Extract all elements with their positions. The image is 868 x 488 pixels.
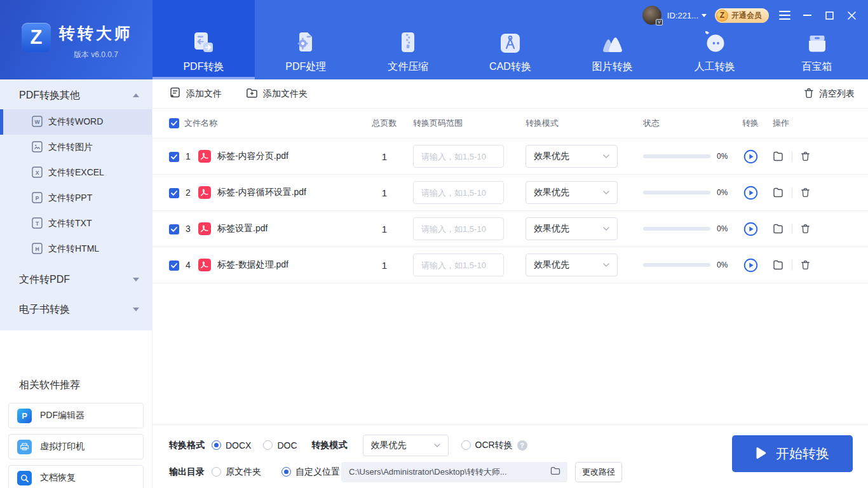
global-mode-select[interactable]: 效果优先 (363, 435, 449, 456)
app-version: 版本 v6.0.0.7 (59, 50, 133, 60)
radio-ocr[interactable]: OCR转换 (461, 440, 513, 451)
start-convert-button[interactable]: 开始转换 (732, 435, 853, 472)
page-range-input[interactable] (413, 217, 504, 240)
tab-pdf-convert[interactable]: PDF转换 (153, 0, 255, 79)
row-checkbox[interactable] (169, 152, 179, 162)
divider (792, 151, 792, 161)
sidebar-item-html[interactable]: H文件转HTML (0, 236, 152, 262)
radio-custom-location[interactable]: 自定义位置 (281, 466, 340, 478)
sidebar-section-2[interactable]: 电子书转换 (0, 297, 152, 322)
divider (792, 260, 792, 270)
progress-bar (643, 227, 710, 231)
minimize-button[interactable] (801, 9, 813, 22)
delete-file-icon[interactable] (801, 224, 810, 234)
chevron-down-icon[interactable] (702, 14, 707, 17)
maximize-button[interactable] (823, 9, 836, 22)
menu-icon[interactable] (778, 9, 791, 22)
header-page-range: 转换页码范围 (413, 118, 526, 129)
recommend-virtual-printer[interactable]: 虚拟打印机 (8, 434, 144, 459)
recommend-pdf-editor[interactable]: PPDF编辑器 (8, 403, 144, 428)
main-panel: 添加文件 添加文件夹 清空列表 文件名称 总页数 转换页码范围 转换模式 状态 … (153, 79, 868, 488)
radio-doc[interactable]: DOC (263, 440, 297, 451)
row-checkbox[interactable] (169, 224, 179, 234)
clear-list-button[interactable]: 清空列表 (804, 88, 855, 100)
row-mode-select[interactable]: 效果优先 (526, 217, 618, 240)
sidebar-section-1[interactable]: 文件转PDF (0, 268, 152, 292)
delete-file-icon[interactable] (801, 151, 810, 161)
total-pages: 1 (356, 151, 413, 162)
progress-percent: 0% (717, 261, 728, 269)
convert-play-button[interactable] (743, 149, 758, 164)
delete-file-icon[interactable] (801, 187, 810, 198)
pdf-file-icon (198, 259, 211, 271)
sidebar-item-txt[interactable]: T文件转TXT (0, 211, 152, 236)
folder-icon[interactable] (550, 466, 560, 477)
convert-play-button[interactable] (743, 222, 758, 236)
close-button[interactable] (845, 9, 858, 22)
row-mode-select[interactable]: 效果优先 (526, 181, 618, 204)
open-vip-button[interactable]: Z 开通会员 (715, 8, 769, 23)
app-window: Z 转转大师 版本 v6.0.0.7 PDF转换PDF处理文件压缩CAD转换图片… (0, 0, 868, 488)
settings-panel: 转换格式 DOCX DOC 转换模式 效果优先 OCR转换 ? 输出目录 原文件… (153, 424, 868, 488)
open-file-icon[interactable] (773, 187, 783, 198)
recommend-list: PPDF编辑器虚拟打印机文档恢复 (0, 403, 152, 488)
sidebar-item-word[interactable]: W文件转WORD (0, 109, 152, 135)
open-file-icon[interactable] (773, 224, 783, 234)
convert-play-button[interactable] (743, 186, 758, 200)
change-path-button[interactable]: 更改路径 (575, 462, 622, 482)
trash-icon (804, 88, 814, 100)
page-range-input[interactable] (413, 181, 504, 204)
delete-file-icon[interactable] (801, 260, 810, 270)
convert-play-button[interactable] (743, 258, 758, 273)
radio-dot (212, 467, 221, 477)
output-path-field[interactable]: C:\Users\Administrator\Desktop\转转大师... (341, 462, 567, 482)
recommend-doc-recovery[interactable]: 文档恢复 (8, 465, 144, 488)
user-id[interactable]: ID:221... (667, 11, 698, 20)
ocr-help-icon[interactable]: ? (517, 440, 527, 451)
empty-area (153, 283, 868, 424)
app-logo-icon: Z (22, 23, 51, 52)
pdf-editor-icon: P (17, 409, 32, 423)
add-file-icon (169, 87, 181, 101)
file-table-body: 1标签-内容分页.pdf1效果优先0%2标签-内容循环设置.pdf1效果优先0%… (153, 139, 868, 283)
clear-list-label: 清空列表 (819, 88, 855, 100)
sidebar-item-ppt[interactable]: P文件转PPT (0, 186, 152, 211)
excel-file-icon: X (32, 166, 43, 180)
tab-cad-convert[interactable]: CAD转换 (459, 0, 562, 79)
tab-pdf-process[interactable]: PDF处理 (255, 0, 357, 79)
file-row: 2标签-内容循环设置.pdf1效果优先0% (153, 175, 868, 211)
start-convert-label: 开始转换 (776, 445, 829, 463)
sidebar-item-image[interactable]: 文件转图片 (0, 135, 152, 160)
radio-source-folder[interactable]: 原文件夹 (212, 466, 261, 478)
add-file-button[interactable]: 添加文件 (169, 87, 222, 101)
sidebar-section-0[interactable]: PDF转换其他 (0, 83, 152, 107)
avatar[interactable]: V (642, 6, 661, 25)
pdf-file-icon (198, 186, 211, 199)
doc-recovery-icon (17, 471, 32, 485)
row-checkbox[interactable] (169, 261, 179, 271)
row-mode-select[interactable]: 效果优先 (526, 254, 618, 276)
add-file-label: 添加文件 (186, 88, 222, 100)
page-range-input[interactable] (413, 254, 504, 276)
sidebar-item-excel[interactable]: X文件转EXCEL (0, 160, 152, 186)
expand-icon (133, 308, 139, 311)
sidebar: PDF转换其他W文件转WORD文件转图片X文件转EXCELP文件转PPTT文件转… (0, 79, 153, 488)
topbar: Z 转转大师 版本 v6.0.0.7 PDF转换PDF处理文件压缩CAD转换图片… (0, 0, 868, 79)
progress-percent: 0% (717, 152, 728, 161)
file-toolbar: 添加文件 添加文件夹 清空列表 (153, 79, 868, 109)
word-file-icon: W (32, 116, 43, 129)
radio-docx[interactable]: DOCX (212, 440, 251, 451)
svg-text:H: H (35, 246, 39, 252)
page-range-input[interactable] (413, 145, 504, 168)
add-folder-label: 添加文件夹 (263, 88, 308, 100)
tab-file-compress[interactable]: 文件压缩 (357, 0, 459, 79)
header-operations: 操作 (769, 118, 855, 129)
row-checkbox[interactable] (169, 188, 179, 198)
open-file-icon[interactable] (773, 151, 783, 161)
select-all-checkbox[interactable] (169, 118, 179, 128)
row-index: 1 (184, 151, 192, 161)
open-file-icon[interactable] (773, 260, 783, 270)
file-row: 4标签-数据处理.pdf1效果优先0% (153, 247, 868, 283)
add-folder-button[interactable]: 添加文件夹 (246, 88, 308, 100)
row-mode-select[interactable]: 效果优先 (526, 145, 618, 168)
